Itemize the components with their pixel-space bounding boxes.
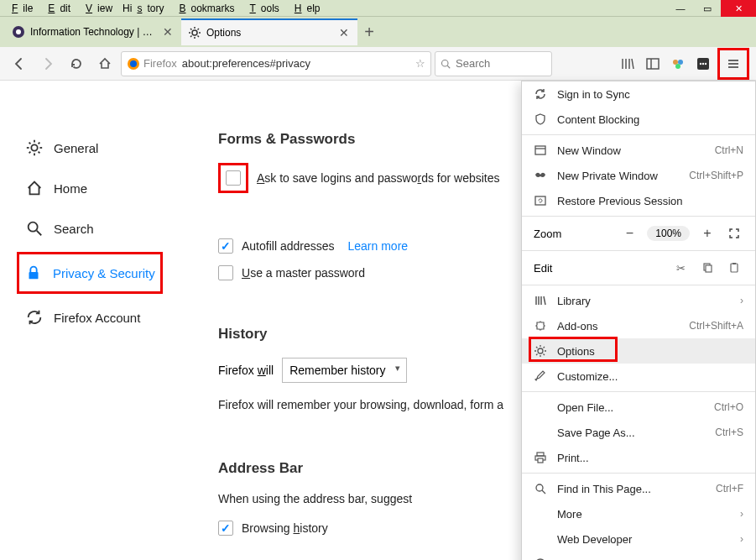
- svg-rect-48: [731, 264, 738, 272]
- tab-strip: Information Technology | Univ ✕ Options …: [0, 18, 381, 45]
- menu-print[interactable]: Print...: [522, 445, 755, 470]
- bookmark-star-icon[interactable]: ☆: [415, 57, 425, 70]
- svg-rect-45: [535, 196, 545, 205]
- learn-more-link[interactable]: Learn more: [348, 239, 409, 253]
- paste-button[interactable]: [725, 259, 743, 277]
- svg-line-41: [37, 231, 42, 236]
- hamburger-menu-button[interactable]: [722, 53, 744, 75]
- close-tab-icon[interactable]: ✕: [337, 26, 351, 39]
- extension-icon-1[interactable]: [667, 53, 689, 75]
- sidebar-item-home[interactable]: Home: [25, 171, 201, 205]
- svg-line-18: [632, 59, 633, 69]
- brush-icon: [534, 369, 547, 383]
- gear-icon: [534, 344, 547, 358]
- svg-point-54: [538, 348, 543, 353]
- menu-customize[interactable]: Customize...: [522, 364, 755, 389]
- search-icon: [25, 219, 44, 238]
- menu-content-blocking[interactable]: Content Blocking: [522, 107, 755, 132]
- autofill-label: Autofill addresses: [242, 239, 335, 253]
- firefox-icon: [127, 57, 140, 71]
- menu-separator: [522, 391, 755, 392]
- svg-point-40: [29, 222, 38, 232]
- menu-history[interactable]: History: [117, 1, 169, 16]
- menu-view[interactable]: View: [76, 1, 117, 16]
- svg-rect-65: [538, 458, 543, 463]
- menu-restore-session[interactable]: Restore Previous Session: [522, 188, 755, 213]
- menu-more[interactable]: More ›: [522, 501, 755, 526]
- hamburger-highlight: [717, 48, 749, 80]
- chevron-right-icon: ›: [740, 533, 743, 545]
- forward-button[interactable]: [35, 51, 60, 76]
- menu-find[interactable]: Find in This Page... Ctrl+F: [522, 476, 755, 501]
- menu-addons[interactable]: Add-ons Ctrl+Shift+A: [522, 313, 755, 338]
- copy-button[interactable]: [698, 259, 717, 277]
- url-bar[interactable]: Firefox about:preferences#privacy ☆: [121, 51, 431, 76]
- svg-line-10: [198, 29, 200, 30]
- print-icon: [534, 451, 547, 464]
- menu-save-page[interactable]: Save Page As... Ctrl+S: [522, 420, 755, 445]
- history-select[interactable]: Remember history: [282, 358, 407, 383]
- close-tab-icon[interactable]: ✕: [161, 25, 175, 39]
- menu-separator: [522, 216, 755, 217]
- fullscreen-button[interactable]: [725, 224, 743, 243]
- ask-save-label: Ask to save logins and passwords for web…: [257, 171, 500, 185]
- sync-icon: [534, 87, 547, 101]
- checkbox-ask-save[interactable]: [226, 170, 241, 186]
- sidebar-item-account[interactable]: Firefox Account: [25, 301, 201, 334]
- svg-point-25: [700, 62, 701, 64]
- sync-icon: [25, 308, 44, 327]
- menu-file[interactable]: File: [2, 1, 38, 16]
- sidebar-label: Privacy & Security: [53, 266, 155, 280]
- sidebar-label: Home: [54, 181, 87, 196]
- close-window-button[interactable]: ✕: [721, 0, 756, 17]
- menu-new-window[interactable]: New Window Ctrl+N: [522, 138, 755, 163]
- svg-point-13: [442, 60, 449, 66]
- reload-button[interactable]: [64, 51, 89, 76]
- maximize-button[interactable]: ▭: [694, 0, 721, 17]
- home-button[interactable]: [92, 51, 117, 76]
- prefs-sidebar: General Home Search Privacy & Security F…: [0, 81, 201, 560]
- svg-line-60: [544, 354, 545, 356]
- menu-tools[interactable]: Tools: [239, 1, 284, 16]
- tab-info-tech[interactable]: Information Technology | Univ ✕: [5, 18, 181, 45]
- tab-options[interactable]: Options ✕: [181, 18, 357, 45]
- svg-line-62: [544, 347, 545, 348]
- svg-point-23: [675, 64, 680, 69]
- cut-button[interactable]: ✂: [671, 259, 690, 277]
- minimize-button[interactable]: —: [667, 0, 694, 17]
- svg-point-2: [192, 30, 197, 35]
- sidebar-item-general[interactable]: General: [25, 131, 201, 165]
- menu-help[interactable]: Help: [284, 1, 326, 16]
- menu-open-file[interactable]: Open File... Ctrl+O: [522, 395, 755, 420]
- back-button[interactable]: [7, 51, 32, 76]
- menu-web-developer[interactable]: Web Developer ›: [522, 526, 755, 552]
- menu-help[interactable]: ? Help ›: [522, 552, 755, 560]
- url-text: about:preferences#privacy: [182, 57, 410, 70]
- menu-options[interactable]: Options: [522, 338, 755, 364]
- menu-signin[interactable]: Sign in to Sync: [522, 81, 755, 107]
- zoom-out-button[interactable]: −: [620, 224, 639, 243]
- search-bar[interactable]: [435, 51, 552, 76]
- extension-icon-2[interactable]: [692, 53, 714, 75]
- sidebar-item-privacy[interactable]: Privacy & Security: [24, 256, 155, 290]
- menu-new-private[interactable]: New Private Window Ctrl+Shift+P: [522, 163, 755, 188]
- sidebar-item-search[interactable]: Search: [25, 212, 201, 245]
- svg-point-26: [702, 62, 704, 64]
- menu-bookmarks[interactable]: Bookmarks: [169, 1, 239, 16]
- nav-toolbar: Firefox about:preferences#privacy ☆: [0, 47, 756, 81]
- app-menu-panel: Sign in to Sync Content Blocking New Win…: [521, 81, 756, 560]
- new-tab-button[interactable]: +: [357, 18, 381, 45]
- checkbox-master[interactable]: [218, 265, 233, 280]
- library-icon[interactable]: [617, 53, 639, 75]
- menu-edit[interactable]: Edit: [38, 1, 76, 16]
- search-input[interactable]: [456, 57, 546, 70]
- zoom-value[interactable]: 100%: [647, 226, 690, 241]
- svg-point-22: [678, 60, 683, 65]
- svg-line-67: [542, 490, 545, 494]
- sidebar-icon[interactable]: [642, 53, 664, 75]
- menu-library[interactable]: Library ›: [522, 288, 755, 313]
- zoom-in-button[interactable]: +: [698, 224, 717, 243]
- identity-box[interactable]: Firefox: [127, 57, 177, 71]
- checkbox-autofill[interactable]: [218, 238, 233, 254]
- checkbox-browsing-history[interactable]: [218, 521, 233, 536]
